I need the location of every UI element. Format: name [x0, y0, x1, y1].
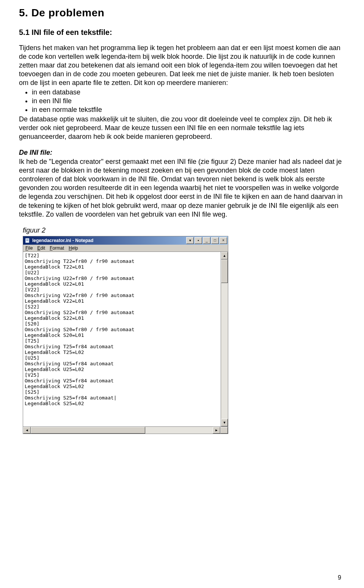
scroll-left-icon[interactable]: ◄	[23, 427, 31, 434]
figure-label: figuur 2	[23, 226, 345, 234]
bullet-item: in een normale tekstfile	[32, 105, 345, 114]
close-icon[interactable]: ×	[220, 237, 227, 244]
menubar: File Edit Format Help	[23, 245, 228, 252]
bullet-list: in een database in een INI file in een n…	[32, 88, 345, 114]
bullet-item: in een INI file	[32, 97, 345, 105]
page-number: 9	[338, 574, 341, 581]
menu-format[interactable]: Format	[50, 245, 64, 251]
paragraph-after-bullets: De database optie was makkelijk uit te s…	[19, 115, 345, 141]
scroll-right-icon[interactable]: ►	[213, 427, 220, 434]
editor-textarea[interactable]: [T22] Omschrijving T22=fr80 / fr90 autom…	[23, 252, 221, 426]
heading-subsection: 5.1 INI file of een tekstfile:	[19, 28, 345, 37]
scroll-track[interactable]	[31, 427, 213, 434]
scroll-track[interactable]	[221, 259, 228, 419]
bullet-item: in een database	[32, 88, 345, 97]
notepad-window: legendacreator.ini - Notepad ▾ ▪ _ □ × F…	[23, 236, 228, 434]
horizontal-scrollbar[interactable]: ◄ ►	[23, 426, 228, 434]
window-control-extra2-icon[interactable]: ▪	[195, 237, 202, 244]
window-control-extra1-icon[interactable]: ▾	[186, 237, 194, 244]
menu-help[interactable]: Help	[69, 245, 78, 251]
titlebar[interactable]: legendacreator.ini - Notepad ▾ ▪ _ □ ×	[23, 236, 228, 245]
svg-rect-0	[25, 238, 29, 243]
scroll-up-icon[interactable]: ▲	[221, 252, 228, 259]
paragraph-intro: Tijdens het maken van het programma liep…	[19, 44, 345, 87]
notepad-app-icon	[25, 237, 31, 244]
vertical-scrollbar[interactable]: ▲ ▼	[221, 252, 228, 426]
menu-edit[interactable]: Edit	[37, 245, 45, 251]
scroll-thumb[interactable]	[31, 427, 145, 434]
scroll-thumb[interactable]	[221, 259, 228, 283]
resize-grip-icon[interactable]	[220, 427, 228, 434]
window-title: legendacreator.ini - Notepad	[32, 238, 186, 243]
heading-section: 5. De problemen	[19, 7, 345, 19]
paragraph-ini: Ik heb de "Legenda creator" eerst gemaak…	[19, 157, 345, 219]
menu-file[interactable]: File	[25, 245, 33, 251]
subheading-ini-file: De INI file:	[19, 149, 345, 157]
minimize-icon[interactable]: _	[203, 237, 210, 244]
maximize-icon[interactable]: □	[211, 237, 219, 244]
scroll-down-icon[interactable]: ▼	[221, 419, 228, 426]
